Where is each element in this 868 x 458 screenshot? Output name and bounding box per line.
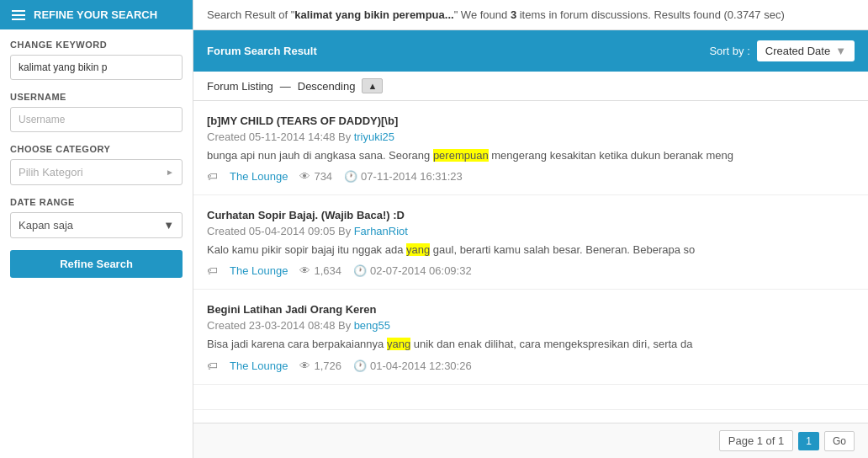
result-item-1: [b]MY CHILD (TEARS OF DADDY)[\b] Created… <box>193 101 868 195</box>
snippet-highlight-1: perempuan <box>433 149 489 162</box>
category-select[interactable]: Pilih Kategori ► <box>10 159 183 185</box>
result-snippet-2: Kalo kamu pikir sopir bajaj itu nggak ad… <box>207 242 855 258</box>
views-count-3: 1,726 <box>314 359 341 372</box>
result-meta-2: Created 05-04-2014 09:05 By FarhanRiot <box>207 225 855 237</box>
snippet-before-2: Kalo kamu pikir sopir bajaj itu nggak ad… <box>207 243 406 256</box>
result-title-3: Begini Latihan Jadi Orang Keren <box>207 301 855 316</box>
category-placeholder: Pilih Kategori <box>19 166 83 178</box>
chevron-down-icon: ▼ <box>163 219 174 232</box>
result-panel: Forum Search Result Sort by : Created Da… <box>193 30 868 458</box>
result-created-2: Created 05-04-2014 09:05 By <box>207 225 351 237</box>
result-created-1: Created 05-11-2014 14:48 By <box>207 130 351 143</box>
lastpost-stat-3: 🕐 01-04-2014 12:30:26 <box>353 359 472 372</box>
sort-by-label: Sort by : <box>709 45 749 57</box>
sort-dropdown[interactable]: Created Date ▼ <box>757 40 855 61</box>
sort-by-section: Sort by : Created Date ▼ <box>709 40 855 61</box>
result-link-1[interactable]: [b]MY CHILD (TEARS OF DADDY)[\b] <box>207 114 398 127</box>
snippet-before-3: Bisa jadi karena cara berpakaiannya <box>207 338 387 350</box>
snippet-after-2: gaul, berarti kamu salah besar. Beneran.… <box>430 243 695 256</box>
listing-order: Descending <box>298 80 356 93</box>
views-stat-1: 👁 734 <box>299 170 332 183</box>
refine-search-button[interactable]: REFINE YOUR SEARCH <box>0 0 193 29</box>
result-tags-2: 🏷 The Lounge 👁 1,634 🕐 02-07-2014 06:09:… <box>207 264 855 277</box>
snippet-after-1: mengerang kesakitan ketika dukun beranak… <box>489 149 733 162</box>
result-panel-header: Forum Search Result Sort by : Created Da… <box>193 30 868 72</box>
result-item-2: Curhatan Sopir Bajaj. (Wajib Baca!) :D C… <box>193 195 868 290</box>
snippet-highlight-2: yang <box>406 243 430 256</box>
refine-search-submit-button[interactable]: Refine Search <box>10 250 183 278</box>
result-snippet-1: bunga api nun jauh di angkasa sana. Seor… <box>207 148 855 163</box>
result-count: 3 <box>511 8 516 21</box>
daterange-label: DATE RANGE <box>10 197 183 207</box>
lastpost-date-2: 02-07-2014 06:09:32 <box>370 264 472 277</box>
result-created-3: Created 23-03-2014 08:48 By <box>207 319 351 332</box>
category-link-3[interactable]: The Lounge <box>230 359 288 372</box>
search-result-topbar: Search Result of "kalimat yang bikin per… <box>193 0 868 30</box>
clock-icon-2: 🕐 <box>353 264 367 277</box>
chevron-right-icon: ► <box>166 168 174 177</box>
result-author-link-1[interactable]: triyuki25 <box>354 130 394 143</box>
result-snippet-3: Bisa jadi karena cara berpakaiannya yang… <box>207 337 855 352</box>
sidebar: REFINE YOUR SEARCH CHANGE KEYWORD USERNA… <box>0 0 193 458</box>
search-keyword: kalimat yang bikin perempua... <box>294 8 453 21</box>
lastpost-stat-1: 🕐 07-11-2014 16:31:23 <box>344 170 463 183</box>
eye-icon-1: 👁 <box>299 170 310 183</box>
main-content: Search Result of "kalimat yang bikin per… <box>193 0 868 458</box>
daterange-group: DATE RANGE Kapan saja ▼ <box>10 197 183 238</box>
username-input[interactable] <box>10 107 183 132</box>
listing-dash: — <box>280 80 291 93</box>
views-count-2: 1,634 <box>314 264 341 277</box>
lastpost-stat-2: 🕐 02-07-2014 06:09:32 <box>353 264 472 277</box>
page-number-button[interactable]: 1 <box>798 432 819 450</box>
listing-bar: Forum Listing — Descending ▲ <box>193 72 868 101</box>
clock-icon-1: 🕐 <box>344 170 357 183</box>
snippet-before-1: bunga api nun jauh di angkasa sana. Seor… <box>207 149 433 162</box>
snippet-after-3: unik dan enak dilihat, cara mengekspresi… <box>410 338 692 350</box>
views-stat-3: 👁 1,726 <box>299 359 341 372</box>
category-link-2[interactable]: The Lounge <box>230 264 288 277</box>
sort-chevron-down-icon: ▼ <box>835 45 846 57</box>
result-link-3[interactable]: Begini Latihan Jadi Orang Keren <box>207 303 377 316</box>
category-label: CHOOSE CATEGORY <box>10 144 183 154</box>
sort-order-toggle[interactable]: ▲ <box>362 78 383 93</box>
pagination-area: Page 1 of 1 1 Go <box>193 423 868 458</box>
daterange-select[interactable]: Kapan saja ▼ <box>10 212 183 238</box>
result-item-3: Begini Latihan Jadi Orang Keren Created … <box>193 290 868 384</box>
views-count-1: 734 <box>314 170 332 183</box>
sort-value: Created Date <box>765 45 830 57</box>
category-link-1[interactable]: The Lounge <box>230 170 288 183</box>
lastpost-date-3: 01-04-2014 12:30:26 <box>370 359 472 372</box>
result-author-link-3[interactable]: beng55 <box>354 319 390 332</box>
listing-label: Forum Listing <box>207 80 273 93</box>
go-button[interactable]: Go <box>824 431 855 451</box>
category-group: CHOOSE CATEGORY Pilih Kategori ► <box>10 144 183 185</box>
result-tags-1: 🏷 The Lounge 👁 734 🕐 07-11-2014 16:31:23 <box>207 170 855 183</box>
keyword-label: CHANGE KEYWORD <box>10 40 183 50</box>
hamburger-icon <box>12 10 25 20</box>
result-title-2: Curhatan Sopir Bajaj. (Wajib Baca!) :D <box>207 207 855 221</box>
clock-icon-3: 🕐 <box>353 359 367 372</box>
topbar-text: Search Result of "kalimat yang bikin per… <box>207 8 785 21</box>
tag-icon-2: 🏷 <box>207 264 218 277</box>
views-stat-2: 👁 1,634 <box>299 264 341 277</box>
username-group: USERNAME <box>10 92 183 132</box>
result-panel-title: Forum Search Result <box>207 45 317 57</box>
lastpost-date-1: 07-11-2014 16:31:23 <box>361 170 463 183</box>
snippet-highlight-3: yang <box>387 338 410 350</box>
result-meta-3: Created 23-03-2014 08:48 By beng55 <box>207 319 855 332</box>
result-author-link-2[interactable]: FarhanRiot <box>354 225 408 237</box>
result-meta-1: Created 05-11-2014 14:48 By triyuki25 <box>207 130 855 143</box>
eye-icon-3: 👁 <box>299 359 310 372</box>
page-info-text: Page 1 of 1 <box>728 434 785 447</box>
tag-icon-3: 🏷 <box>207 359 218 372</box>
result-tags-3: 🏷 The Lounge 👁 1,726 🕐 01-04-2014 12:30:… <box>207 359 855 372</box>
result-link-2[interactable]: Curhatan Sopir Bajaj. (Wajib Baca!) :D <box>207 209 405 221</box>
daterange-value: Kapan saja <box>19 219 73 232</box>
username-label: USERNAME <box>10 92 183 102</box>
keyword-group: CHANGE KEYWORD <box>10 40 183 80</box>
page-info-box: Page 1 of 1 <box>719 430 794 451</box>
results-list: [b]MY CHILD (TEARS OF DADDY)[\b] Created… <box>193 101 868 423</box>
empty-spacer <box>193 385 868 410</box>
keyword-input[interactable] <box>10 55 183 80</box>
eye-icon-2: 👁 <box>299 264 310 277</box>
